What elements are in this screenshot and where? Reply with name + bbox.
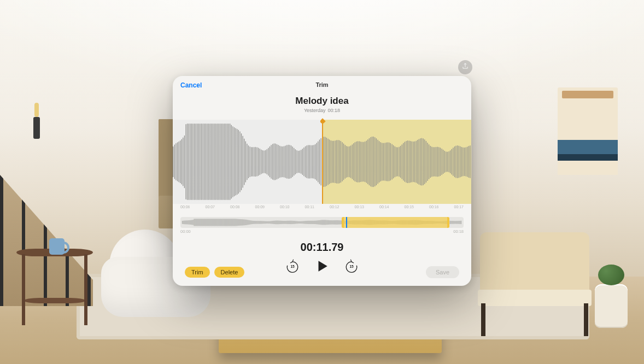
tick-label: 00:07 — [205, 205, 215, 209]
trim-button[interactable]: Trim — [185, 267, 210, 278]
tick-label: 00:16 — [429, 205, 439, 209]
delete-button[interactable]: Delete — [214, 267, 245, 278]
timeline-ticks: 00:0600:0700:0800:0900:1000:1100:1200:13… — [173, 204, 471, 212]
modal-title: Trim — [315, 81, 328, 88]
trim-modal: Cancel Trim Melody idea Yesterday00:18 0… — [173, 76, 471, 286]
tick-label: 00:14 — [379, 205, 389, 209]
tick-label: 00:09 — [255, 205, 265, 209]
tick-label: 00:12 — [330, 205, 339, 209]
tick-label: 00:08 — [230, 205, 240, 209]
waveform-main[interactable] — [173, 120, 471, 204]
scrubber-selection[interactable] — [342, 217, 449, 228]
share-button[interactable] — [458, 60, 472, 74]
scrubber-end-label: 00:18 — [453, 229, 464, 234]
recording-title: Melody idea — [173, 96, 471, 107]
tick-label: 00:13 — [354, 205, 364, 209]
save-button[interactable]: Save — [426, 266, 459, 278]
tick-label: 00:11 — [305, 205, 314, 209]
playhead[interactable] — [322, 120, 323, 204]
scrubber-playhead[interactable] — [346, 217, 347, 228]
tick-label: 00:10 — [280, 205, 290, 209]
tick-label: 00:17 — [454, 205, 464, 209]
tick-label: 00:06 — [180, 205, 190, 209]
recording-subtitle: Yesterday00:18 — [173, 108, 471, 113]
tick-label: 00:15 — [404, 205, 414, 209]
current-time: 00:11.79 — [173, 241, 471, 254]
scrubber-track[interactable] — [180, 217, 464, 228]
share-icon — [461, 62, 469, 72]
cancel-button[interactable]: Cancel — [180, 81, 202, 89]
scrubber-start-label: 00:00 — [180, 229, 191, 234]
